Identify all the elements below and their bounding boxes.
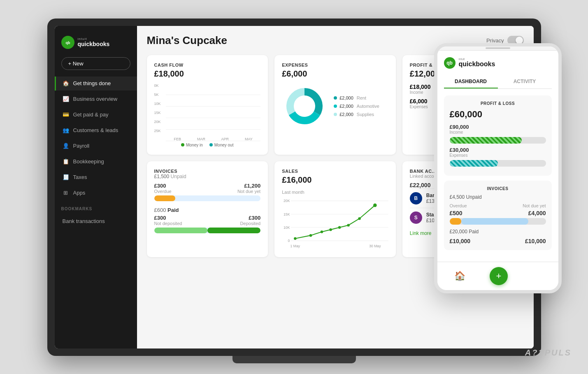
legend-auto-label: Automotive (357, 104, 379, 109)
not-due-amount: £1,200 (237, 183, 260, 189)
new-button[interactable]: + New (61, 57, 130, 70)
phone-paid-amounts: £10,000 £10,000 (450, 238, 546, 244)
laptop-base (232, 356, 356, 363)
nav-label-payroll: Payroll (73, 143, 90, 149)
sidebar-item-payroll[interactable]: 👤 Payroll (55, 139, 137, 153)
sidebar-item-get-things-done[interactable]: 🏠 Get things done (55, 77, 137, 91)
phone-expenses-row: £30,000 Expenses (450, 147, 546, 158)
dot-automotive (334, 105, 337, 108)
svg-point-20 (358, 217, 361, 219)
legend-supplies-label: Supplies (357, 112, 374, 117)
nav-label-customers-leads: Customers & leads (73, 127, 119, 133)
chart-y-labels: 25K 20K 15K 10K 5K 0K (154, 84, 161, 133)
dot-supplies (334, 113, 337, 116)
phone-overdue-amount: £500 (450, 210, 462, 216)
nav-label-business-overview: Business overview (73, 96, 118, 102)
overdue-amount: £300 (154, 183, 172, 189)
sidebar-item-apps[interactable]: ⊞ Apps (55, 186, 137, 200)
people-icon: 👥 (63, 127, 69, 134)
deposited-amount: £300 (240, 215, 261, 221)
sales-value: £16,000 (282, 175, 388, 185)
paid-section: £600 Paid £300 Not deposited £300 (154, 207, 261, 233)
sales-chart: 20K 15K 10K 0 (282, 196, 388, 250)
overdue-label: Overdue (154, 189, 172, 194)
payroll-icon: 👤 (63, 143, 69, 149)
unpaid-amount-label: £1,500 Unpaid (154, 174, 261, 179)
svg-point-18 (338, 226, 341, 228)
legend-rent-amount: £2,000 (339, 95, 353, 100)
sales-date-label: Last month (282, 190, 388, 195)
deposited-bar (207, 228, 260, 233)
credit-card-icon: 💳 (63, 112, 69, 118)
sidebar-logo: qb intuit quickbooks (55, 33, 137, 56)
phone-content: qb intuit quickbooks DASHBOARD ACTIVITY (437, 51, 558, 262)
legend-money-in: Money in (181, 143, 203, 147)
sidebar-item-get-paid-pay[interactable]: 💳 Get paid & pay (55, 108, 137, 122)
quickbooks-logo-icon: qb (61, 36, 74, 49)
phone-fab-button[interactable]: + (490, 267, 508, 285)
chart-legend: Money in Money out (154, 143, 261, 147)
svg-point-21 (373, 203, 377, 207)
phone-not-deposited: £10,000 (450, 238, 471, 244)
legend-rent: £2,000 Rent (334, 95, 379, 100)
sidebar-item-business-overview[interactable]: 📈 Business overview (55, 92, 137, 106)
sales-title: SALES (282, 169, 388, 174)
svg-text:1 May: 1 May (291, 244, 300, 248)
phone-home-icon[interactable]: 🏠 (454, 271, 465, 281)
invoices-title: INVOICES (154, 169, 261, 174)
legend-dot-green (181, 143, 184, 146)
svg-text:30 May: 30 May (369, 244, 381, 248)
phone-income-row: £90,000 Income (450, 124, 546, 135)
intuit-label: intuit (78, 37, 110, 41)
paid-label: Paid (167, 207, 179, 213)
chart-icon: 📈 (63, 96, 69, 102)
svg-text:qb: qb (65, 41, 70, 45)
cash-flow-card: CASH FLOW £18,000 25K 20K 15K 10K 5K 0K (147, 55, 268, 155)
bank-transactions-label: Bank transactions (63, 218, 105, 224)
watermark: A??PULS (525, 348, 572, 358)
privacy-label: Privacy (486, 37, 504, 44)
phone-inv-track (450, 218, 546, 225)
brand-text: intuit quickbooks (78, 37, 110, 47)
sidebar-item-bank-transactions[interactable]: Bank transactions (55, 214, 137, 228)
phone-overdue-label: Overdue (450, 203, 467, 208)
phone-inv-amounts: £500 £4,000 (450, 210, 546, 216)
phone-income-bar (450, 137, 522, 144)
phone-tabs: DASHBOARD ACTIVITY (444, 75, 552, 89)
legend-label-money-out: Money out (214, 143, 234, 147)
sidebar-item-taxes[interactable]: 🧾 Taxes (55, 170, 137, 184)
phone-intuit-label: intuit (459, 58, 495, 60)
donut-chart (282, 84, 327, 129)
expenses-card: EXPENSES £6,000 (274, 55, 396, 155)
phone-expenses-track (450, 160, 546, 167)
unpaid-section: £1,500 Unpaid £300 Overdue £1,200 (154, 174, 261, 201)
phone-not-due-bar (461, 218, 529, 225)
chart-bars (166, 84, 261, 133)
tab-activity[interactable]: ACTIVITY (498, 75, 552, 88)
svg-point-17 (329, 228, 332, 230)
svg-point-15 (309, 234, 312, 236)
tab-dashboard[interactable]: DASHBOARD (444, 75, 498, 88)
unpaid-amount: £1,500 (154, 174, 170, 179)
page-title: Mina's Cupcake (147, 34, 227, 47)
phone-brand-text: intuit quickbooks (459, 58, 495, 68)
phone-bottom-bar: 🏠 + (437, 262, 558, 290)
invoices-card: INVOICES £1,500 Unpaid £300 Overdue (147, 161, 268, 257)
mobile-phone-frame: qb intuit quickbooks DASHBOARD ACTIVITY (434, 43, 562, 293)
phone-expenses-label: Expenses (450, 153, 469, 158)
phone-expenses-amount: £30,000 (450, 147, 469, 153)
phone-unpaid-label: £4,500 Unpaid (450, 194, 546, 200)
nav-label-apps: Apps (73, 190, 86, 196)
starling-icon: S (410, 211, 422, 224)
nav-label-bookkeeping: Bookkeeping (73, 158, 104, 165)
sidebar-item-customers-leads[interactable]: 👥 Customers & leads (55, 123, 137, 137)
phone-income-info: £90,000 Income (450, 124, 469, 135)
sales-card: SALES £16,000 Last month 20K (274, 161, 396, 257)
legend-auto-amount: £2,000 (339, 104, 353, 109)
sales-line-chart: 20K 15K 10K 0 (282, 196, 388, 250)
sidebar-item-bookkeeping[interactable]: 📋 Bookkeeping (55, 155, 137, 169)
bookmarks-section-label: BOOKMARKS (55, 202, 137, 213)
chart-x-labels: FEB MAR APR MAY (166, 137, 261, 141)
phone-overdue-bar (450, 218, 461, 225)
invoices-progress-track (154, 195, 261, 201)
